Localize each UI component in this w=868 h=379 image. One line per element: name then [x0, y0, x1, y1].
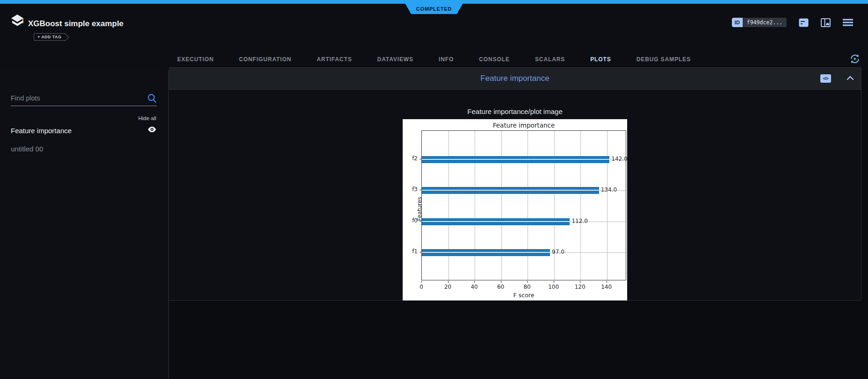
x-tick-mark — [501, 281, 501, 283]
plot-item-label: Feature importance — [11, 127, 72, 135]
id-value: f949dce2... — [743, 18, 787, 27]
x-tick-mark — [527, 281, 528, 283]
y-tick-label: f0 — [404, 217, 418, 224]
y-tick-mark — [420, 159, 421, 159]
x-tick-label: 0 — [420, 284, 423, 290]
tab-label: ARTIFACTS — [317, 56, 352, 63]
side-panel-icon[interactable] — [821, 18, 831, 27]
plot-card-header: Feature importance </> — [169, 67, 861, 90]
chart-bar — [422, 249, 550, 256]
y-tick-mark — [420, 252, 421, 252]
embed-code-icon[interactable]: </> — [820, 74, 831, 83]
chart-bar — [422, 187, 599, 194]
plot-card-title: Feature importance — [480, 74, 549, 83]
find-plots-input[interactable] — [11, 93, 157, 106]
experiment-logo-icon — [10, 14, 24, 29]
x-tick-mark — [474, 281, 475, 283]
tab-label: SCALARS — [535, 56, 565, 63]
tab-label: DATAVIEWS — [377, 56, 413, 63]
x-tick-label: 20 — [444, 284, 451, 290]
figure-title: Feature importance — [421, 122, 626, 129]
y-tick-label: f3 — [404, 186, 418, 193]
hide-all-link[interactable]: Hide all — [138, 115, 156, 121]
chart-gridline-vertical — [554, 131, 555, 280]
chart-gridline-vertical — [580, 131, 581, 280]
collapse-chevron-up-icon[interactable] — [846, 74, 854, 83]
id-badge: ID — [732, 18, 743, 27]
tab-label: CONFIGURATION — [239, 56, 291, 63]
visibility-eye-icon[interactable] — [148, 126, 156, 135]
find-plots-field — [11, 93, 157, 106]
bar-value-label: 142.0 — [611, 156, 627, 162]
x-tick-label: 120 — [575, 284, 586, 290]
y-tick-label: f1 — [404, 248, 418, 255]
x-tick-label: 140 — [601, 284, 612, 290]
bar-value-label: 134.0 — [601, 186, 617, 193]
sidebar-item-untitled-00[interactable]: untitled 00 — [11, 145, 156, 153]
tab-label: CONSOLE — [479, 56, 510, 63]
experiment-title: XGBoost simple example — [28, 19, 123, 29]
chart-gridline-vertical — [607, 131, 608, 280]
bar-value-label: 97.0 — [552, 249, 564, 255]
menu-icon[interactable] — [843, 19, 853, 26]
experiment-id-chip[interactable]: ID f949dce2... — [732, 18, 787, 27]
x-tick-label: 100 — [548, 284, 559, 290]
feature-importance-card: Feature importance </> Feature importanc… — [169, 67, 861, 301]
x-tick-mark — [580, 281, 580, 283]
x-tick-label: 80 — [523, 284, 530, 290]
bar-value-label: 112.0 — [571, 218, 587, 224]
y-tick-label: f2 — [404, 155, 418, 162]
header-right-cluster: ID f949dce2... — [732, 18, 853, 27]
tab-label: DEBUG SAMPLES — [637, 56, 691, 63]
x-tick-mark — [421, 281, 422, 283]
x-axis-label: F score — [514, 292, 535, 299]
add-tag-button[interactable]: + ADD TAG — [34, 33, 65, 41]
search-icon[interactable] — [147, 93, 157, 105]
tab-label: INFO — [439, 56, 454, 63]
chart-gridline-vertical — [475, 131, 475, 280]
y-axis-label: Features — [416, 197, 423, 221]
sidebar-item-feature-importance[interactable]: Feature importance — [11, 126, 156, 135]
x-tick-label: 40 — [470, 284, 477, 290]
status-ribbon: COMPLETED — [403, 0, 465, 14]
y-tick-mark — [420, 190, 421, 190]
plots-sidebar: Hide all Feature importance untitled 00 — [0, 70, 169, 379]
comment-icon[interactable] — [799, 18, 809, 27]
tab-label: EXECUTION — [177, 56, 214, 63]
x-tick-label: 60 — [497, 284, 504, 290]
plot-item-label: untitled 00 — [11, 145, 43, 153]
feature-importance-figure: Feature importance 142.0134.0112.097.0 0… — [403, 119, 627, 300]
chart-gridline-vertical — [528, 131, 528, 280]
plot-card-body: Feature importance/plot image Feature im… — [169, 90, 861, 300]
tab-label: PLOTS — [590, 56, 611, 63]
status-label: COMPLETED — [416, 6, 452, 12]
x-tick-mark — [448, 281, 448, 283]
figure-plot-area: 142.0134.0112.097.0 — [421, 130, 626, 280]
chart-bar — [422, 156, 609, 163]
plot-image-title: Feature importance/plot image — [169, 107, 861, 115]
plot-card-header-icons: </> — [820, 68, 854, 89]
chart-bar — [422, 218, 570, 225]
y-tick-mark — [420, 221, 421, 222]
x-tick-mark — [607, 281, 607, 283]
auto-refresh-icon[interactable] — [849, 53, 861, 66]
chart-gridline-vertical — [448, 131, 449, 280]
add-tag-label: + ADD TAG — [37, 35, 61, 39]
x-tick-mark — [554, 281, 554, 283]
chart-gridline-vertical — [501, 131, 502, 280]
